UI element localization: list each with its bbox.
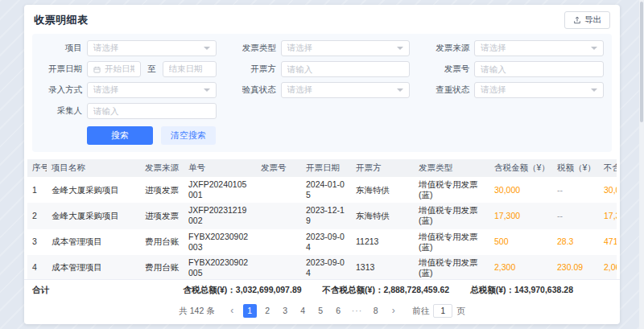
table-header-row: 序号 项目名称 发票来源 单号 发票号 开票日期 开票方 发票类型 含税金额（¥… [27,159,617,177]
invoice-type-select[interactable]: 请选择 [281,40,411,56]
summary-totals: 含税总额(¥)：3,032,699,097.89 不含税总额(¥)：2,888,… [183,285,573,296]
cell-invoice-source: 进项发票 [140,203,184,228]
filter-invoice-date-label: 开票日期 [40,64,82,75]
cell-index: 4 [27,255,47,279]
cell-invoice-number [256,229,301,255]
cell-tax: 28.3 [552,229,599,255]
cell-amount-with-tax: 30,000 [489,177,552,203]
cell-invoice-source: 费用台账 [140,255,184,279]
filter-entry-method-label: 录入方式 [40,84,82,96]
cell-tax: -- [552,177,599,203]
table-row[interactable]: 4 成本管理项目 费用台账 FYBX20230902005 2023-09-04… [27,255,617,279]
issuer-input[interactable] [281,61,411,77]
col-tax: 税额（¥） [552,159,599,177]
cell-project-name: 成本管理项目 [47,255,140,279]
filter-project-label: 项目 [40,43,82,54]
cell-invoice-source: 费用台账 [140,229,184,255]
filter-invoice-source: 发票来源 请选择 [427,40,604,56]
cell-doc-number: FYBX20230902005 [184,255,256,279]
project-select[interactable]: 请选择 [87,40,217,56]
cell-index: 3 [27,229,47,255]
filter-invoice-date: 开票日期 开始日期 至 结束日期 [40,61,217,77]
col-index: 序号 [27,159,47,177]
table-row[interactable]: 1 金峰大厦采购项目 进项发票 JXFP20240105001 2024-01-… [27,177,617,203]
cell-tax: -- [552,203,599,228]
page-button-3[interactable]: 3 [279,304,292,318]
filter-verify-status: 验真状态 请选择 [234,82,411,98]
chevron-down-icon [397,88,403,92]
cell-tax: 230.09 [552,255,599,279]
cell-amount-with-tax: 17,300 [489,203,552,228]
cell-invoice-number [256,177,301,203]
filter-project: 项目 请选择 [40,40,217,56]
summary-bar: 合计 含税总额(¥)：3,032,699,097.89 不含税总额(¥)：2,8… [24,279,620,300]
window-scrollbar[interactable] [639,0,644,329]
date-range-separator: 至 [147,64,156,75]
prev-page-button[interactable]: ‹ [225,304,239,318]
filter-invoice-no: 发票号 [427,61,604,77]
chevron-down-icon [204,47,210,50]
page-button-6[interactable]: 6 [332,304,345,318]
export-button[interactable]: 导出 [564,11,610,29]
goto-page-input[interactable] [433,304,452,318]
cell-amount-without-tax: 30,000 [599,177,617,203]
filter-invoice-type-label: 发票类型 [234,43,276,54]
cell-project-name: 金峰大厦采购项目 [47,203,140,228]
page-button-4[interactable]: 4 [296,304,310,318]
table-row[interactable]: 2 金峰大厦采购项目 进项发票 JXFP20231219002 2023-12-… [27,203,617,228]
table-row[interactable]: 3 成本管理项目 费用台账 FYBX20230902003 2023-09-04… [27,229,617,255]
duplicate-status-select[interactable]: 请选择 [474,82,604,98]
cell-amount-without-tax: 471.7 [599,229,617,255]
pagination: 共 142 条 ‹ 123456···8 › 前往 页 [24,300,620,324]
table-body: 1 金峰大厦采购项目 进项发票 JXFP20240105001 2024-01-… [27,177,617,279]
next-page-button[interactable]: › [386,304,400,318]
goto-page: 前往 页 [412,304,465,318]
calendar-icon [93,66,101,73]
date-start-picker[interactable]: 开始日期 [87,61,141,77]
page-button-5[interactable]: 5 [314,304,328,318]
col-invoice-type: 发票类型 [414,159,489,177]
page-button-1[interactable]: 1 [243,304,257,318]
scrollbar-thumb[interactable] [640,2,643,122]
search-button[interactable]: 搜索 [87,126,153,145]
filter-entry-method: 录入方式 请选择 [40,82,217,98]
page-button-2[interactable]: 2 [261,304,275,318]
invoice-source-select[interactable]: 请选择 [474,40,604,56]
verify-status-select[interactable]: 请选择 [281,82,411,98]
filter-duplicate-status-label: 查重状态 [427,84,469,96]
col-invoice-date: 开票日期 [301,159,351,177]
chevron-down-icon [204,88,210,92]
cell-issuer: 东海特供 [351,203,414,228]
col-amount-without-tax: 不含税金额（¥） [599,159,617,177]
filter-issuer: 开票方 [234,61,411,77]
invoice-table: 序号 项目名称 发票来源 单号 发票号 开票日期 开票方 发票类型 含税金额（¥… [27,159,617,279]
cell-invoice-date: 2023-12-19 [301,203,351,228]
cell-amount-without-tax: 2,069.91 [599,255,617,279]
invoice-no-input[interactable] [474,61,604,77]
cell-project-name: 成本管理项目 [47,229,140,255]
filter-collector-label: 采集人 [40,105,82,117]
export-label: 导出 [584,14,601,26]
export-icon [573,16,581,24]
goto-label: 前往 [412,306,429,317]
col-invoice-number: 发票号 [256,159,301,177]
cell-issuer: 11213 [351,229,414,255]
page-button-8[interactable]: 8 [369,304,382,318]
collector-input[interactable] [87,103,217,119]
col-amount-with-tax: 含税金额（¥） [489,159,552,177]
cell-invoice-type: 增值税专用发票(蓝) [414,203,489,228]
cell-invoice-date: 2024-01-05 [301,177,351,203]
cell-doc-number: JXFP20240105001 [184,177,256,203]
summary-label: 合计 [32,285,49,296]
page-ellipsis[interactable]: ··· [349,304,365,318]
desktop-background: 收票明细表 导出 项目 请选择 发票类型 [0,0,644,329]
entry-method-select[interactable]: 请选择 [87,82,217,98]
filter-collector: 采集人 [40,103,217,119]
cell-index: 2 [27,203,47,228]
chevron-down-icon [591,47,597,50]
invoice-detail-panel: 收票明细表 导出 项目 请选择 发票类型 [24,5,620,324]
date-end-picker[interactable]: 结束日期 [163,61,217,77]
clear-search-button[interactable]: 清空搜索 [161,126,216,145]
filter-invoice-source-label: 发票来源 [427,43,469,54]
cell-index: 1 [27,177,47,203]
